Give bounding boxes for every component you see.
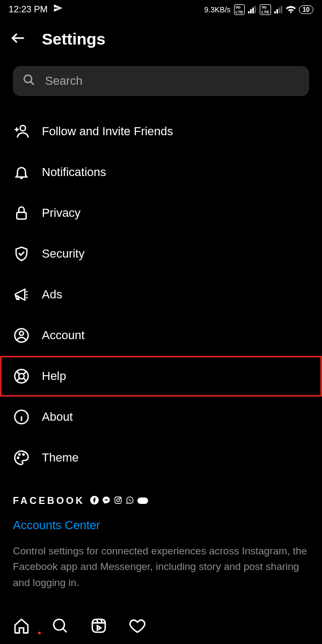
status-time: 12:23 PM: [9, 4, 48, 15]
menu-item-account[interactable]: Account: [13, 315, 309, 356]
accounts-center-description: Control settings for connected experienc…: [0, 537, 322, 590]
lock-icon: [13, 204, 30, 222]
svg-point-13: [116, 499, 119, 501]
nav-home-icon[interactable]: [13, 617, 30, 636]
search-icon: [23, 74, 35, 89]
menu-item-security[interactable]: Security: [13, 233, 309, 274]
status-bar: 12:23 PM 9.3KB/s VoLTE VoLTE 10: [0, 0, 322, 17]
nav-reels-icon[interactable]: [90, 617, 107, 636]
search-placeholder: Search: [45, 74, 83, 88]
oculus-icon: [137, 496, 148, 506]
menu-label: Follow and Invite Friends: [42, 125, 173, 138]
svg-point-0: [24, 75, 32, 83]
bottom-nav: [0, 611, 322, 644]
menu-label: Account: [42, 328, 85, 342]
menu-label: Notifications: [42, 165, 106, 179]
send-icon: [53, 3, 63, 16]
signal-icon-1: [248, 6, 257, 13]
svg-rect-17: [92, 619, 105, 632]
nav-search-icon[interactable]: [52, 617, 69, 636]
nav-activity-icon[interactable]: [129, 617, 146, 636]
palette-icon: [13, 449, 30, 466]
menu-item-privacy[interactable]: Privacy: [13, 193, 309, 233]
svg-point-6: [19, 374, 24, 379]
bell-icon: [13, 164, 30, 181]
instagram-icon: [114, 496, 122, 507]
svg-point-9: [19, 454, 20, 456]
page-title: Settings: [42, 30, 105, 48]
menu-label: Help: [42, 369, 66, 383]
back-arrow-icon[interactable]: [10, 30, 27, 49]
whatsapp-icon: [126, 496, 134, 507]
signal-icon-2: [274, 6, 283, 13]
menu-item-theme[interactable]: Theme: [13, 437, 309, 478]
menu-item-follow-invite[interactable]: Follow and Invite Friends: [13, 111, 309, 152]
facebook-icon: [90, 496, 99, 507]
svg-point-1: [20, 126, 26, 131]
network-speed: 9.3KB/s: [204, 5, 231, 14]
facebook-label: FACEBOOK: [13, 495, 85, 507]
battery-icon: 10: [299, 5, 313, 14]
svg-rect-15: [137, 497, 148, 504]
svg-rect-2: [17, 213, 26, 219]
wifi-icon: [286, 6, 296, 13]
volte-icon-1: VoLTE: [234, 4, 245, 15]
messenger-icon: [102, 496, 111, 507]
menu-item-notifications[interactable]: Notifications: [13, 152, 309, 193]
megaphone-icon: [13, 286, 30, 303]
notification-dot-icon: [38, 632, 41, 634]
menu-label: Ads: [42, 288, 62, 302]
account-circle-icon: [13, 327, 30, 344]
svg-point-4: [19, 332, 24, 336]
menu-item-ads[interactable]: Ads: [13, 274, 309, 315]
svg-point-14: [120, 497, 120, 498]
shield-check-icon: [13, 245, 30, 262]
facebook-section: FACEBOOK: [0, 478, 322, 507]
menu-label: About: [42, 410, 73, 424]
accounts-center-link[interactable]: Accounts Center: [0, 507, 322, 537]
svg-point-16: [54, 619, 64, 630]
svg-point-10: [23, 454, 25, 456]
person-add-icon: [13, 123, 30, 140]
info-icon: [13, 408, 30, 426]
settings-menu: Follow and Invite Friends Notifications …: [0, 111, 322, 478]
menu-item-about[interactable]: About: [13, 397, 309, 437]
menu-item-help[interactable]: Help: [0, 356, 322, 397]
header: Settings: [0, 17, 322, 66]
search-input[interactable]: Search: [13, 66, 309, 96]
lifebuoy-icon: [13, 368, 30, 385]
svg-point-8: [18, 457, 19, 459]
menu-label: Theme: [42, 451, 78, 465]
menu-label: Security: [42, 247, 84, 261]
menu-label: Privacy: [42, 206, 80, 220]
volte-icon-2: VoLTE: [260, 4, 271, 15]
